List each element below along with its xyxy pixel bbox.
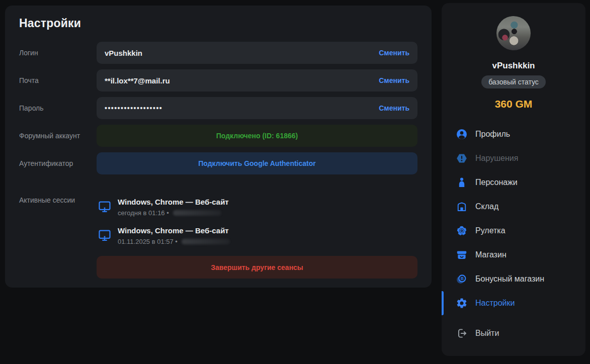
page-title: Настройки [19,17,81,30]
connect-authenticator-text: Подключить Google Authenticator [198,159,316,167]
forum-account-label: Форумный аккаунт [19,125,96,147]
redacted-ip [173,210,221,216]
password-row: •••••••••••••••••• Сменить [97,97,417,119]
change-password-button[interactable]: Сменить [379,104,409,112]
character-icon [456,176,468,189]
svg-text:B: B [461,276,464,281]
session-title: Windows, Chrome — Веб-сайт [118,198,229,206]
username: vPushkkin [442,61,585,71]
violations-icon [456,152,468,164]
monitor-icon [98,228,112,242]
sidebar-item-warehouse[interactable]: Склад [442,195,585,219]
monitor-icon [98,200,112,214]
sidebar-item-label: Настройки [475,299,515,308]
session-meta: 01.11.2025 в 01:57 • [118,238,178,245]
sidebar-item-label: Склад [475,202,498,211]
session-meta: сегодня в 01:16 • [118,209,169,217]
sidebar-item-label: Магазин [475,250,507,259]
sidebar-item-characters[interactable]: Персонажи [442,170,585,195]
forum-account-status: Подключено (ID: 61866) [97,125,417,147]
login-value: vPushkkin [105,49,379,57]
user-circle-icon [456,128,468,140]
change-login-button[interactable]: Сменить [379,49,409,57]
login-row: vPushkkin Сменить [97,42,417,64]
sidebar-item-profile[interactable]: Профиль [442,122,585,146]
change-email-button[interactable]: Сменить [379,76,409,84]
sidebar-item-label: Бонусный магазин [475,275,544,284]
sidebar-item-label: Персонажи [475,178,518,187]
redacted-ip [182,239,230,244]
logout-label: Выйти [475,329,499,338]
login-label: Логин [19,42,96,64]
roulette-chip-icon [456,225,468,237]
password-label: Пароль [19,97,96,119]
active-sessions-label: Активные сессии [19,195,96,205]
sidebar-item-settings[interactable]: Настройки [442,291,585,315]
sidebar-item-violations[interactable]: Нарушения [442,146,585,170]
status-badge: базовый статус [481,75,546,88]
email-label: Почта [19,69,96,92]
shop-icon [456,249,468,261]
sidebar-item-label: Рулетка [475,226,505,235]
forum-connected-text: Подключено (ID: 61866) [216,132,298,140]
sidebar-item-shop[interactable]: Магазин [442,243,585,267]
avatar[interactable] [496,16,531,50]
logout-button[interactable]: Выйти [442,321,585,345]
sidebar-item-label: Профиль [475,130,510,139]
sidebar-item-label: Нарушения [475,154,518,163]
gear-icon [456,297,468,309]
terminate-sessions-button[interactable]: Завершить другие сеансы [97,256,417,279]
bonus-coin-icon: B [456,273,468,285]
warehouse-icon [456,201,468,213]
logout-icon [456,327,468,339]
session-item: Windows, Chrome — Веб-сайт сегодня в 01:… [98,198,229,217]
profile-sidebar: vPushkkin базовый статус 360 GM Профиль … [442,3,585,356]
session-item: Windows, Chrome — Веб-сайт 01.11.2025 в … [98,226,230,245]
password-value: •••••••••••••••••• [105,104,379,112]
authenticator-label: Аутентификатор [19,152,96,174]
session-title: Windows, Chrome — Веб-сайт [118,226,230,235]
connect-authenticator-button[interactable]: Подключить Google Authenticator [97,152,417,174]
settings-panel: Настройки Логин vPushkkin Сменить Почта … [5,6,432,288]
sidebar-item-bonus-shop[interactable]: B Бонусный магазин [442,267,585,291]
sidebar-item-roulette[interactable]: Рулетка [442,219,585,243]
gm-balance: 360 GM [442,98,585,110]
email-row: **il.lox**7@mail.ru Сменить [97,69,417,92]
email-value: **il.lox**7@mail.ru [105,76,379,85]
